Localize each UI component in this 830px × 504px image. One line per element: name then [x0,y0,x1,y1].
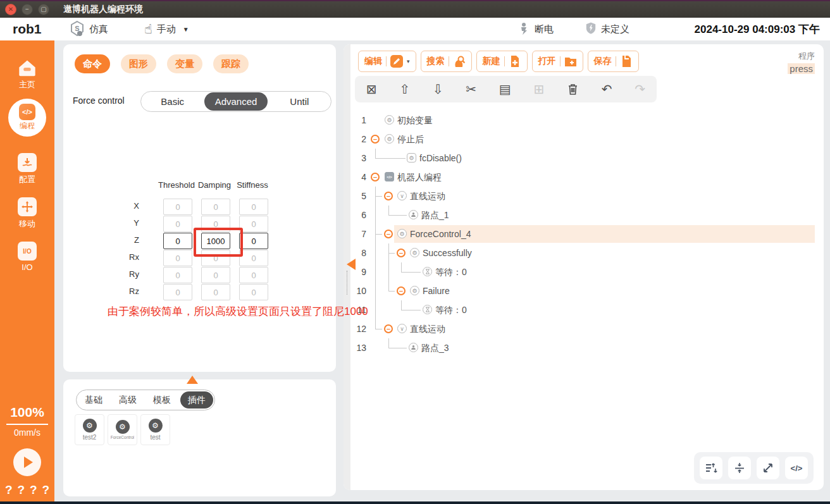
force-input-Z-threshold[interactable] [163,233,192,249]
help-marks[interactable]: ???? [0,483,54,497]
program-name[interactable]: press [788,63,815,74]
button-label: 打开 [538,56,556,67]
library-tab-高级[interactable]: 高级 [111,390,145,410]
tree-row[interactable]: 5–∨直线运动 [344,187,815,206]
保存-button[interactable]: 保存 [588,51,639,72]
force-input-Y-stiffness[interactable] [239,216,268,232]
speed-rate: 0mm/s [0,427,54,438]
force-input-Rz-threshold[interactable] [163,284,192,300]
panel-collapse-handle-up[interactable] [187,376,198,384]
home-icon [18,58,37,77]
collapse-toggle-icon[interactable]: – [371,173,380,181]
window-close-button[interactable]: ✕ [5,4,16,15]
speed-percent[interactable]: 100% [6,405,48,425]
collapse-toggle-icon[interactable]: – [384,192,393,200]
plugin-label: test2 [83,434,97,441]
编辑-button[interactable]: 编辑▾ [358,51,416,72]
tree-row[interactable]: 1⚙初始变量 [344,111,815,130]
deselect-icon[interactable]: ⊠ [366,83,377,95]
tree-row[interactable]: 4–</>机器人编程 [344,168,815,187]
tree-row[interactable]: 13路点_3 [344,338,815,357]
sidebar-item-io[interactable]: I/O I/O [0,242,54,272]
node-plugin-icon: ⚙ [385,115,394,125]
tree-row[interactable]: 2–⚙停止后 [344,130,815,149]
force-input-X-stiffness[interactable] [239,199,268,215]
force-input-Z-damping[interactable] [201,233,230,249]
cut-icon[interactable]: ✂ [466,83,476,95]
新建-button[interactable]: 新建 [476,51,528,72]
force-input-Ry-damping[interactable] [201,267,230,283]
tree-row[interactable]: 11等待：0 [344,300,815,319]
force-mode-basic[interactable]: Basic [141,92,204,111]
library-panel: 基础高级模板插件 ⚙test2⚙ForceControl⚙test [63,379,336,496]
force-mode-until[interactable]: Until [268,92,331,111]
help-question-mark[interactable]: ? [17,483,25,497]
help-question-mark[interactable]: ? [42,483,49,497]
force-input-Ry-stiffness[interactable] [239,267,268,283]
node-wait-icon [423,305,432,314]
tree-row[interactable]: 9等待：0 [344,262,815,281]
expand-icon[interactable] [757,457,779,479]
force-input-Rz-damping[interactable] [201,284,230,300]
sidebar-item-home[interactable]: 主页 [0,58,54,90]
safety-status[interactable]: 未定义 [585,18,629,40]
force-input-X-damping[interactable] [201,199,230,215]
plugin-tile-test2[interactable]: ⚙test2 [75,414,104,445]
tab-命令[interactable]: 命令 [75,54,110,73]
paste-list-icon[interactable]: ▤ [499,83,511,95]
redo-icon: ↷ [635,83,645,95]
collapse-toggle-icon[interactable]: – [384,324,393,333]
move-down-icon[interactable]: ⇩ [433,83,443,95]
force-input-Ry-threshold[interactable] [163,267,192,283]
mode-selector[interactable]: ☝ 手动 ▼ [144,18,189,40]
tree-row[interactable]: 6路点_1 [344,206,815,224]
simulation-toggle[interactable]: S 仿真 [70,18,108,40]
collapse-toggle-icon[interactable]: – [397,286,406,295]
power-status[interactable]: 断电 [517,18,554,40]
force-input-Y-threshold[interactable] [163,216,192,232]
play-button[interactable] [13,448,41,476]
tree-row[interactable]: 10–⚙Failure [344,281,815,300]
library-tab-基础[interactable]: 基础 [77,390,111,410]
collapse-toggle-icon[interactable]: – [384,230,393,238]
collapse-toggle-icon[interactable]: – [397,249,406,257]
tab-图形[interactable]: 图形 [121,54,156,73]
tab-跟踪[interactable]: 跟踪 [213,54,249,73]
library-tab-插件[interactable]: 插件 [180,391,213,409]
搜索-button[interactable]: 搜索 [421,51,472,72]
window-maximize-button[interactable]: ▢ [38,4,49,15]
force-input-Rx-threshold[interactable] [163,250,192,266]
button-label: 编辑 [364,56,382,67]
plugin-tile-ForceControl[interactable]: ⚙ForceControl [108,414,137,445]
tree-row[interactable]: 7–⚙ForceControl_4 [344,224,815,243]
tree-row[interactable]: 3⚙fcDisable() [344,149,815,168]
help-question-mark[interactable]: ? [5,483,13,497]
force-input-Y-damping[interactable] [201,216,230,232]
top-menubar: rob1 S 仿真 ☝ 手动 ▼ 断电 未定义 2024-10-29 04:09… [0,18,830,40]
tree-row[interactable]: 12–∨直线运动 [344,319,815,338]
undo-icon[interactable]: ↶ [602,83,612,95]
force-input-Rx-damping[interactable] [201,250,230,266]
help-question-mark[interactable]: ? [30,483,37,497]
panel-collapse-handle-left[interactable] [347,259,356,270]
collapse-all-icon[interactable] [728,457,751,479]
打开-button[interactable]: 打开 [532,51,583,72]
library-tab-模板[interactable]: 模板 [145,390,179,410]
tab-变量[interactable]: 变量 [167,54,202,73]
sidebar-item-move[interactable]: 移动 [0,197,54,230]
window-minimize-button[interactable]: − [22,4,33,15]
force-input-Z-stiffness[interactable] [239,233,268,249]
delete-icon[interactable] [567,83,579,95]
move-up-icon[interactable]: ⇧ [399,83,410,95]
force-mode-advanced[interactable]: Advanced [204,92,267,111]
sidebar-item-config[interactable]: 配置 [0,153,54,185]
sidebar-item-programming[interactable]: </> 编程 [8,99,46,137]
code-view-icon[interactable]: </> [785,457,808,479]
force-input-X-threshold[interactable] [163,199,192,215]
plugin-tile-test[interactable]: ⚙test [140,414,170,445]
collapse-toggle-icon[interactable]: – [371,135,380,144]
force-input-Rx-stiffness[interactable] [239,250,268,266]
sort-order-icon[interactable] [700,457,722,479]
force-input-Rz-stiffness[interactable] [239,284,268,300]
tree-row[interactable]: 8–⚙Successfully [344,243,815,262]
